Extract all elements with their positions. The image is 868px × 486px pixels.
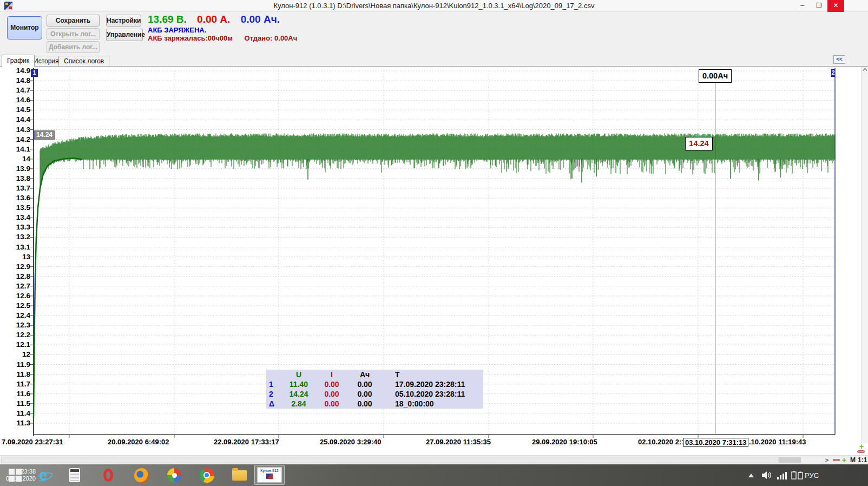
table-row: 214.240.000.0005.10.2020 23:28:11 (266, 389, 483, 399)
calculator-icon[interactable] (64, 467, 86, 483)
kulon-912-icon (266, 474, 273, 479)
folder-icon[interactable] (228, 467, 250, 483)
table-cell: 14.24 (281, 389, 316, 399)
voltage-readout: 13.69 В. (148, 14, 187, 25)
chrome-icon[interactable] (196, 467, 218, 483)
tab-graph[interactable]: График (2, 55, 35, 67)
maximize-button[interactable]: ❒ (811, 0, 827, 12)
y-tick-label: 14.8 (0, 76, 30, 86)
paint-icon[interactable] (163, 467, 185, 483)
y-tick-label: 13.9 (0, 164, 30, 174)
close-button[interactable]: ✕ (827, 0, 844, 12)
tray-expand-icon[interactable] (748, 464, 754, 486)
y-tick-label: 12.7 (0, 281, 30, 291)
capacity-readout: 0.00 Ач. (241, 14, 280, 25)
internet-explorer-icon[interactable]: e (32, 467, 54, 483)
taskbar-button-kulon-912[interactable]: Кулон-912 (254, 465, 285, 485)
collapse-panel-button[interactable]: << (833, 55, 845, 64)
y-tick-label: 13 (0, 252, 30, 262)
y-tick-label: 12.2 (0, 330, 30, 340)
table-header-row: UIАчT (266, 370, 483, 379)
given-capacity-text: Отдано: 0.00Ач (245, 34, 298, 42)
table-cell: 18_0:00:00 (382, 399, 483, 409)
y-tick-label: 13.5 (0, 203, 30, 213)
start-button[interactable] (4, 467, 26, 483)
x-tick-label: 02.10.2020 2:1 (638, 438, 685, 446)
table-row: Δ2.840.000.0018_0:00:00 (266, 399, 483, 409)
y-tick-label: 13.1 (0, 242, 30, 252)
chart-scroll-bar: > + М 1:1 (0, 455, 868, 464)
settings-button[interactable]: Настройки (106, 15, 141, 27)
y-tick-label: 12.1 (0, 340, 30, 350)
table-cell: Δ (266, 399, 281, 409)
y-tick-label: 12.8 (0, 272, 30, 281)
open-log-button[interactable]: Открыть лог... (47, 28, 100, 40)
series-start-badge: 1 (31, 69, 38, 77)
measurement-table: UIАчT111.400.000.0017.09.2020 23:28:1121… (266, 370, 483, 409)
vertical-zoom-in-icon[interactable]: + (859, 444, 865, 450)
y-tick-label: 13.3 (0, 222, 30, 232)
scroll-up-icon[interactable] (863, 68, 867, 71)
x-tick-label: 22.09.2020 17:33:17 (214, 438, 279, 446)
chart-area: 14.914.814.714.614.514.414.314.214.11413… (0, 66, 868, 455)
title-bar: Кулон-912 (1.0.3.1) D:\Drivers\Новая пап… (0, 0, 868, 12)
tab-log-list[interactable]: Список логов (58, 56, 109, 66)
network-signal-icon[interactable] (777, 464, 787, 486)
minimize-button[interactable]: – (794, 0, 811, 12)
y-tick-label: 11.7 (0, 379, 30, 389)
windows-logo-icon (9, 469, 22, 482)
scale-mode-label[interactable]: М (850, 456, 856, 464)
scroll-right-icon[interactable]: > (823, 456, 831, 464)
add-log-button[interactable]: Добавить лог... (47, 41, 100, 53)
taskbar: e Кулон-912 РУС 23:38 05.10.2020 (0, 464, 868, 486)
vertical-zoom-out-icon[interactable] (857, 450, 865, 453)
current-readout: 0.00 А. (197, 14, 230, 25)
y-tick-label: 12.6 (0, 291, 30, 301)
window-title: Кулон-912 (1.0.3.1) D:\Drivers\Новая пап… (0, 0, 868, 12)
battery-icon[interactable] (791, 464, 803, 486)
table-cell (266, 370, 281, 379)
y-tick-label: 11.3 (0, 418, 30, 428)
y-tick-label: 12.4 (0, 311, 30, 320)
zoom-in-icon[interactable]: + (840, 456, 848, 464)
y-tick-label: 14.1 (0, 145, 30, 154)
scale-ratio-label[interactable]: 1:1 (858, 456, 867, 464)
table-cell: 0.00 (316, 399, 347, 409)
vertical-scrollbar[interactable] (861, 67, 868, 443)
y-tick-label: 11.8 (0, 370, 30, 379)
x-tick-label: 27.09.2020 11:35:35 (426, 438, 491, 446)
x-tick-label: 20.09.2020 6:49:02 (108, 438, 169, 446)
table-cell: 0.00 (347, 389, 382, 399)
table-cell: 0.00 (316, 379, 347, 389)
table-cell: U (281, 370, 316, 379)
scrollbar-thumb[interactable] (779, 457, 800, 463)
table-cell: 0.00 (347, 399, 382, 409)
table-cell: 2 (266, 389, 281, 399)
y-tick-label: 11.4 (0, 409, 30, 418)
series-end-badge: 2 (831, 69, 835, 77)
y-tick-label: 11.5 (0, 399, 30, 409)
tab-bar: График История Список логов << (0, 54, 868, 66)
x-tick-label: 7.09.2020 23:27:31 (2, 438, 63, 446)
horizontal-scrollbar[interactable] (1, 457, 801, 463)
monitor-button[interactable]: Монитор (7, 16, 42, 40)
volume-icon[interactable] (762, 464, 773, 486)
status-readout: 13.69 В. 0.00 А. 0.00 Ач. (148, 14, 287, 25)
y-tick-label: 14.4 (0, 115, 30, 124)
kulon-912-label: Кулон-912 (258, 469, 281, 472)
x-axis-cursor-label: 03.10.2020 7:31:13 (683, 438, 748, 446)
y-tick-label: 13.2 (0, 232, 30, 242)
save-log-button[interactable]: Сохранить лог... (47, 15, 100, 27)
y-tick-label: 12.5 (0, 301, 30, 311)
opera-icon[interactable] (97, 467, 119, 483)
language-indicator[interactable]: РУС (805, 464, 819, 486)
table-cell: 0.00 (316, 389, 347, 399)
window-controls: – ❒ ✕ (794, 0, 844, 12)
table-cell: 17.09.2020 23:28:11 (382, 379, 483, 389)
zoom-out-icon[interactable] (833, 459, 840, 461)
cursor-voltage-label: 14.24 (685, 137, 713, 150)
control-button[interactable]: Управление (106, 29, 143, 41)
firefox-icon[interactable] (130, 467, 152, 483)
y-tick-label: 14.7 (0, 86, 30, 95)
cursor-capacity-label: 0.00Ач (699, 69, 732, 83)
